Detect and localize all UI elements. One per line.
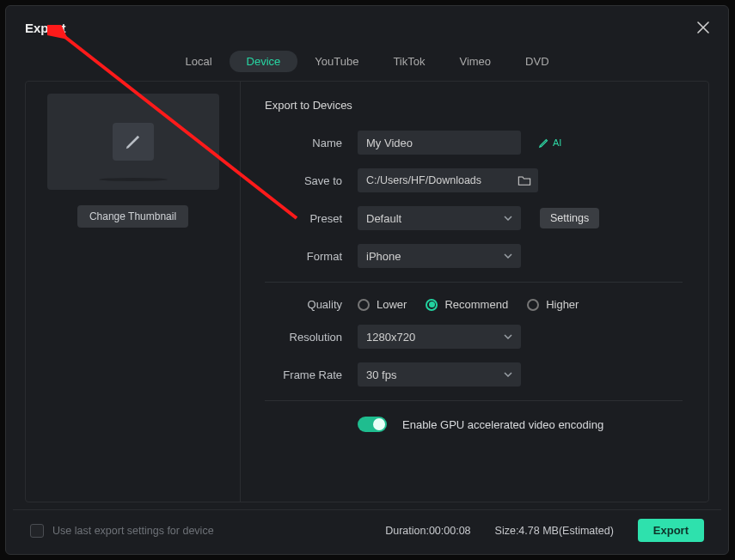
tab-dvd[interactable]: DVD [508, 51, 566, 72]
quality-radio-lower[interactable]: Lower [358, 298, 407, 311]
row-name: Name AI [265, 131, 683, 155]
size-text: Size:4.78 MB(Estimated) [495, 525, 614, 537]
save-to-value: C:/Users/HF/Downloads [366, 174, 481, 186]
titlebar: Export [6, 6, 728, 47]
export-dialog: Export LocalDeviceYouTubeTikTokVimeoDVD … [5, 5, 729, 555]
divider [265, 400, 683, 401]
chevron-down-icon [504, 216, 512, 221]
resolution-select[interactable]: 1280x720 [358, 325, 521, 349]
quality-radio-recommend[interactable]: Recommend [426, 298, 508, 311]
ai-button[interactable]: AI [538, 137, 561, 149]
row-quality: Quality LowerRecommendHigher [265, 298, 683, 311]
thumbnail-preview[interactable] [47, 94, 219, 190]
row-resolution: Resolution 1280x720 [265, 325, 683, 349]
footer-meta: Duration:00:00:08 Size:4.78 MB(Estimated… [385, 519, 704, 542]
format-label: Format [265, 250, 342, 263]
row-format: Format iPhone [265, 244, 683, 268]
frame-rate-label: Frame Rate [265, 368, 342, 381]
tab-youtube[interactable]: YouTube [297, 51, 376, 72]
frame-rate-value: 30 fps [366, 368, 396, 381]
close-button[interactable] [694, 18, 713, 37]
tab-vimeo[interactable]: Vimeo [442, 51, 508, 72]
divider [265, 282, 683, 283]
row-frame-rate: Frame Rate 30 fps [265, 362, 683, 387]
resolution-value: 1280x720 [366, 331, 415, 344]
chevron-down-icon [504, 372, 512, 377]
footer: Use last export settings for device Dura… [13, 509, 721, 554]
left-panel: Change Thumbnail [26, 82, 241, 502]
tab-tiktok[interactable]: TikTok [376, 51, 442, 72]
right-panel: Export to Devices Name AI Save to C:/Use… [241, 82, 708, 502]
section-title: Export to Devices [265, 99, 683, 112]
frame-rate-select[interactable]: 30 fps [358, 362, 521, 387]
ai-label: AI [553, 137, 561, 148]
duration-text: Duration:00:00:08 [385, 525, 470, 537]
quality-label: Quality [265, 298, 342, 311]
gpu-toggle[interactable] [358, 417, 387, 432]
format-value: iPhone [366, 250, 401, 263]
save-to-field[interactable]: C:/Users/HF/Downloads [358, 168, 538, 192]
preset-select[interactable]: Default [358, 206, 521, 230]
thumbnail-placeholder [113, 123, 154, 161]
name-label: Name [265, 137, 342, 149]
close-icon [697, 21, 709, 33]
use-last-label: Use last export settings for device [52, 525, 214, 537]
row-save-to: Save to C:/Users/HF/Downloads [265, 168, 683, 192]
preset-value: Default [366, 212, 401, 225]
export-button[interactable]: Export [638, 519, 704, 542]
quality-radio-higher[interactable]: Higher [527, 298, 579, 311]
gpu-label: Enable GPU accelerated video encoding [402, 418, 603, 431]
tab-local[interactable]: Local [168, 51, 229, 72]
dialog-title: Export [25, 21, 66, 35]
export-tabs: LocalDeviceYouTubeTikTokVimeoDVD [6, 51, 728, 72]
tab-device[interactable]: Device [230, 51, 298, 72]
dialog-body: Change Thumbnail Export to Devices Name … [25, 81, 709, 502]
settings-button[interactable]: Settings [540, 208, 599, 228]
save-to-label: Save to [265, 174, 342, 187]
use-last-settings[interactable]: Use last export settings for device [30, 524, 214, 538]
row-gpu: Enable GPU accelerated video encoding [358, 417, 683, 432]
use-last-checkbox[interactable] [30, 524, 44, 538]
folder-icon [518, 174, 531, 186]
chevron-down-icon [504, 334, 512, 339]
pen-ai-icon [538, 137, 550, 149]
resolution-label: Resolution [265, 331, 342, 344]
pencil-icon [124, 132, 143, 151]
preset-label: Preset [265, 212, 342, 225]
format-select[interactable]: iPhone [358, 244, 521, 268]
chevron-down-icon [504, 253, 512, 259]
name-input[interactable] [358, 131, 521, 155]
quality-radio-group: LowerRecommendHigher [358, 298, 579, 311]
row-preset: Preset Default Settings [265, 206, 683, 230]
change-thumbnail-button[interactable]: Change Thumbnail [77, 205, 188, 228]
